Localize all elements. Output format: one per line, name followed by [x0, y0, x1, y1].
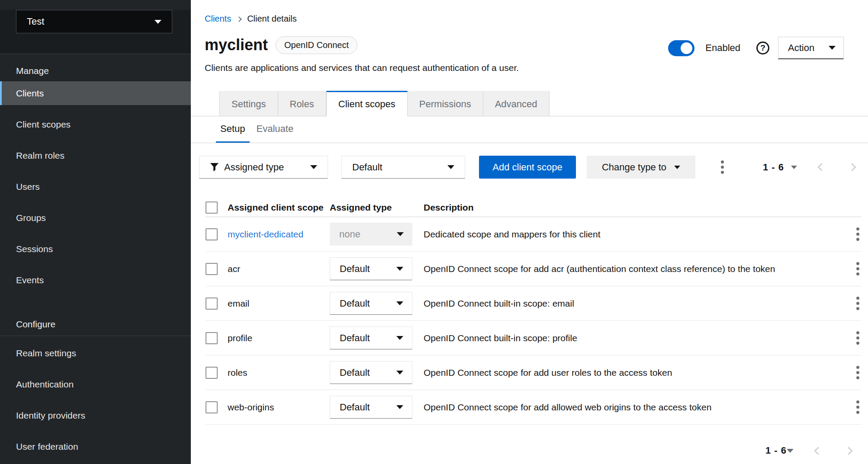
sidebar-item-realm-settings[interactable]: Realm settings — [0, 341, 191, 365]
sidebar-item-events[interactable]: Events — [0, 268, 191, 292]
tab-permissions[interactable]: Permissions — [408, 91, 483, 116]
assigned-type-select[interactable]: Default — [330, 396, 412, 419]
kebab-menu-icon[interactable] — [855, 226, 861, 243]
scope-name[interactable]: profile — [228, 333, 252, 343]
caret-down-icon[interactable] — [787, 449, 794, 453]
previous-page-icon[interactable] — [817, 163, 825, 171]
scope-name[interactable]: email — [228, 298, 249, 308]
sidebar-header: Test — [0, 10, 191, 54]
row-checkbox[interactable] — [206, 332, 218, 344]
sidebar-item-users[interactable]: Users — [0, 175, 191, 198]
assigned-type-filter-select[interactable]: Assigned type — [199, 156, 328, 179]
caret-down-icon — [396, 405, 403, 409]
previous-page-icon[interactable] — [814, 447, 822, 454]
kebab-menu-icon[interactable] — [855, 295, 861, 312]
scope-description: OpenID Connect scope for add user roles … — [424, 368, 844, 378]
add-client-scope-button[interactable]: Add client scope — [479, 156, 576, 179]
caret-down-icon[interactable] — [791, 166, 797, 169]
kebab-menu-icon[interactable] — [855, 260, 861, 277]
table-header-row: Assigned client scope Assigned type Desc… — [206, 198, 861, 217]
assigned-type-select[interactable]: Default — [330, 326, 412, 349]
sidebar-nav: ManageClientsClient scopesRealm rolesUse… — [0, 54, 191, 458]
header-controls: Enabled ? Action — [668, 37, 844, 59]
sidebar-item-realm-roles[interactable]: Realm roles — [0, 144, 191, 167]
tab-roles[interactable]: Roles — [278, 91, 326, 116]
scope-description: OpenID Connect built-in scope: email — [424, 298, 844, 309]
select-all-checkbox[interactable] — [206, 202, 218, 214]
action-dropdown[interactable]: Action — [778, 37, 844, 59]
main-content: Clients Client details myclient OpenID C… — [191, 0, 868, 464]
pagination-range: 1 - 6 — [765, 445, 787, 456]
kebab-menu-icon[interactable] — [855, 364, 861, 381]
scope-name[interactable]: myclient-dedicated — [228, 229, 303, 239]
change-type-to-button[interactable]: Change type to — [587, 156, 695, 179]
caret-down-icon — [310, 165, 317, 169]
breadcrumb: Clients Client details — [191, 0, 868, 24]
type-filter-value: Default — [352, 162, 383, 173]
kebab-menu-icon[interactable] — [855, 330, 861, 346]
scope-description: Dedicated scope and mappers for this cli… — [424, 229, 844, 240]
row-checkbox[interactable] — [206, 263, 218, 275]
subtab-setup[interactable]: Setup — [216, 116, 250, 143]
tab-advanced[interactable]: Advanced — [483, 91, 550, 116]
sidebar-item-groups[interactable]: Groups — [0, 206, 191, 230]
table-row: web-origins Default OpenID Connect scope… — [206, 390, 861, 425]
row-checkbox[interactable] — [206, 367, 218, 379]
sidebar-item-authentication[interactable]: Authentication — [0, 372, 191, 396]
kebab-menu-icon[interactable] — [719, 159, 726, 176]
subtab-evaluate[interactable]: Evaluate — [250, 116, 301, 143]
table-row: myclient-dedicated none Dedicated scope … — [206, 217, 861, 252]
caret-down-icon — [447, 165, 454, 169]
scope-description: OpenID Connect scope for add acr (authen… — [424, 264, 844, 274]
pagination-top: 1 - 6 — [763, 162, 855, 173]
assigned-type-select[interactable]: none — [330, 223, 412, 246]
realm-selector-value: Test — [27, 16, 44, 27]
scope-name[interactable]: acr — [228, 264, 240, 274]
kebab-menu-icon[interactable] — [855, 399, 861, 416]
caret-down-icon — [674, 166, 680, 169]
sidebar-item-identity-providers[interactable]: Identity providers — [0, 403, 191, 427]
assigned-type-select[interactable]: Default — [330, 361, 412, 384]
sidebar-item-user-federation[interactable]: User federation — [0, 435, 191, 458]
enabled-label: Enabled — [705, 42, 740, 54]
sidebar: Test ManageClientsClient scopesRealm rol… — [0, 0, 191, 464]
next-page-icon[interactable] — [848, 163, 856, 171]
scope-description: OpenID Connect scope for add allowed web… — [424, 402, 844, 413]
tab-client-scopes[interactable]: Client scopes — [326, 91, 408, 116]
scope-name[interactable]: roles — [228, 368, 248, 378]
column-header-assigned-client-scope: Assigned client scope — [228, 202, 330, 213]
page-title: myclient — [205, 36, 268, 54]
filter-funnel-icon — [210, 163, 219, 172]
client-scopes-table: Assigned client scope Assigned type Desc… — [206, 198, 861, 425]
breadcrumb-current: Client details — [247, 14, 297, 24]
caret-down-icon — [154, 20, 161, 24]
table-row: acr Default OpenID Connect scope for add… — [206, 252, 861, 286]
tab-settings[interactable]: Settings — [219, 91, 278, 116]
question-circle-icon[interactable]: ? — [756, 42, 769, 54]
row-checkbox[interactable] — [206, 228, 218, 240]
protocol-badge: OpenID Connect — [276, 36, 357, 54]
breadcrumb-clients-link[interactable]: Clients — [205, 14, 231, 24]
table-row: email Default OpenID Connect built-in sc… — [206, 286, 861, 321]
nav-section-label: Configure — [0, 307, 191, 335]
pagination-bottom: 1 - 6 — [191, 440, 852, 461]
scope-description: OpenID Connect built-in scope: profile — [424, 333, 844, 343]
table-row: profile Default OpenID Connect built-in … — [206, 321, 861, 355]
sidebar-item-client-scopes[interactable]: Client scopes — [0, 112, 191, 136]
caret-down-icon — [396, 267, 403, 271]
assigned-type-select[interactable]: Default — [330, 257, 412, 280]
sidebar-item-sessions[interactable]: Sessions — [0, 237, 191, 261]
realm-selector[interactable]: Test — [16, 10, 172, 33]
type-filter-value-select[interactable]: Default — [341, 156, 465, 179]
caret-down-icon — [396, 301, 403, 305]
sidebar-item-clients[interactable]: Clients — [0, 81, 191, 105]
caret-down-icon — [396, 336, 403, 340]
row-checkbox[interactable] — [206, 401, 218, 413]
row-checkbox[interactable] — [206, 298, 218, 310]
next-page-icon[interactable] — [845, 447, 852, 454]
nav-divider — [0, 336, 191, 336]
assigned-type-select[interactable]: Default — [330, 292, 412, 315]
enabled-toggle[interactable] — [668, 40, 694, 56]
caret-down-icon — [396, 371, 403, 374]
scope-name[interactable]: web-origins — [228, 402, 274, 412]
